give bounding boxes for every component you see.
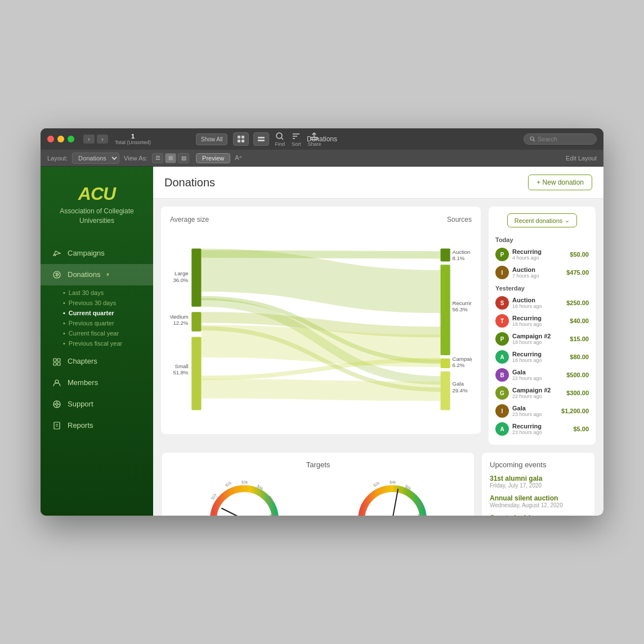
sort-button[interactable]: Sort [292,132,301,147]
subnav-prev30[interactable]: Previous 30 days [63,298,153,308]
events-list: 31st alumni gala Friday, July 17, 2020 A… [490,475,587,516]
preview-button[interactable]: Preview [196,153,230,163]
content-area: Donations + New donation Average size So… [153,167,603,516]
sidebar-item-chapters[interactable]: Chapters [41,351,153,372]
svg-text:51.8%: 51.8% [173,369,189,375]
sidebar-item-reports[interactable]: Reports [41,415,153,436]
content-header: Donations + New donation [153,167,603,199]
event-name: 31st alumni gala [490,475,587,482]
svg-rect-0 [238,136,240,138]
svg-text:Large: Large [175,270,188,276]
donation-row: P Recurring 4 hours ago $50.00 [495,245,589,263]
svg-text:36.0%: 36.0% [173,277,189,283]
svg-rect-19 [57,363,60,365]
event-item-1[interactable]: 31st alumni gala Friday, July 17, 2020 [490,475,587,489]
svg-text:$10k: $10k [418,513,427,516]
layout-select[interactable]: Donations [72,153,119,164]
delete-record-icon[interactable] [253,132,269,146]
svg-text:56.3%: 56.3% [453,306,468,312]
search-bar[interactable]: Search [524,133,597,145]
show-all-button[interactable]: Show All [196,133,227,145]
svg-rect-34 [440,265,450,355]
maximize-btn[interactable] [68,136,74,142]
svg-point-22 [56,403,58,405]
svg-text:6.2%: 6.2% [453,362,465,368]
svg-rect-3 [242,140,244,142]
subnav-last30[interactable]: Last 30 days [63,288,153,298]
svg-text:$2k: $2k [225,481,232,488]
svg-line-66 [392,489,398,516]
back-button[interactable]: ‹ [83,135,95,144]
sidebar-item-campaigns[interactable]: Campaigns [41,243,153,264]
list-view-icon[interactable]: ☰ [152,153,163,163]
targets-title: Targets [170,460,466,469]
donor-avatar: B [495,368,509,382]
reports-icon [52,421,62,431]
svg-rect-35 [440,359,450,368]
donation-row: S Auction 16 hours ago $250.00 [495,294,589,312]
event-item-3[interactable]: Quarterly drive Monday, September 21, 20… [490,514,587,516]
svg-point-12 [530,137,534,140]
window-title: Donations [307,135,337,143]
gauge-1: $0 $1k $2k $3k $4k $5k $5k [205,475,284,516]
event-item-2[interactable]: Annual silent auction Wednesday, August … [490,494,587,508]
svg-line-13 [534,140,535,142]
donation-row: I Gala 23 hours ago $1,200.00 [495,402,589,420]
subnav-prevfy[interactable]: Previous fiscal year [63,338,153,348]
donations-list: Today P Recurring 4 hours ago $50.00 I [495,233,589,438]
donor-avatar: G [495,386,509,400]
view-icons: ☰ ⊞ ▤ [152,153,189,163]
today-label: Today [495,236,589,243]
recent-donations-button[interactable]: Recent donations ⌄ [507,213,578,227]
sankey-sources-label: Sources [447,216,472,223]
event-name: Quarterly drive [490,514,587,516]
subnav-prevq[interactable]: Previous quarter [63,318,153,328]
new-donation-button[interactable]: + New donation [528,175,592,190]
sidebar-item-support[interactable]: Support [41,393,153,415]
close-btn[interactable] [47,136,54,142]
event-name: Annual silent auction [490,494,587,502]
svg-text:$1k: $1k [210,493,217,500]
bottom-row: Targets [153,453,603,516]
svg-rect-36 [440,372,450,410]
traffic-lights [47,136,74,142]
subnav-currentq[interactable]: Current quarter [63,308,153,318]
donor-avatar: T [495,314,509,328]
svg-rect-32 [191,337,201,410]
donor-avatar: A [495,350,509,364]
table-view-icon[interactable]: ⊞ [165,153,176,163]
donor-avatar: S [495,296,509,310]
subnav-currentfy[interactable]: Current fiscal year [63,328,153,338]
edit-layout-button[interactable]: Edit Layout [566,155,597,162]
event-date: Friday, July 17, 2020 [490,482,587,489]
sidebar-nav: Campaigns Donations ▾ Last 30 days Previ… [41,237,153,504]
donation-row: T Recurring 18 hours ago $40.00 [495,312,589,330]
svg-text:$3k: $3k [242,480,248,484]
app-window: ‹ › 1 Total (Unsorted) Donations Show Al… [41,128,603,516]
card-view-icon[interactable]: ▤ [178,153,189,163]
svg-text:8.1%: 8.1% [453,255,465,261]
new-record-icon[interactable] [233,132,249,146]
svg-text:$5k: $5k [270,513,276,516]
svg-rect-16 [53,359,56,361]
donation-row: P Campaign #2 18 hours ago $15.00 [495,330,589,348]
subnav: Last 30 days Previous 30 days Current qu… [41,285,153,351]
svg-text:Auction: Auction [453,249,471,255]
minimize-btn[interactable] [57,136,64,142]
forward-button[interactable]: › [97,135,108,144]
sidebar-item-donations[interactable]: Donations ▾ [41,264,153,285]
svg-text:Gala: Gala [453,381,464,387]
donation-row: B Gala 22 hours ago $500.00 [495,366,589,384]
gauge-2: $0 $2k $4k $6k $8k $10k [353,475,432,516]
sidebar-item-members[interactable]: Members [41,372,153,393]
svg-rect-27 [54,422,60,429]
donor-avatar: A [495,422,509,436]
aa-icon: Aᵃ [235,154,241,162]
recent-donations-card: Recent donations ⌄ Today P Recurring 4 h… [489,207,596,445]
svg-rect-18 [53,363,56,365]
find-button[interactable]: Find [275,132,285,147]
donor-avatar: I [495,404,509,418]
events-title: Upcoming events [490,460,587,469]
donation-row: G Campaign #2 22 hours ago $300.00 [495,384,589,402]
svg-rect-2 [238,140,240,142]
